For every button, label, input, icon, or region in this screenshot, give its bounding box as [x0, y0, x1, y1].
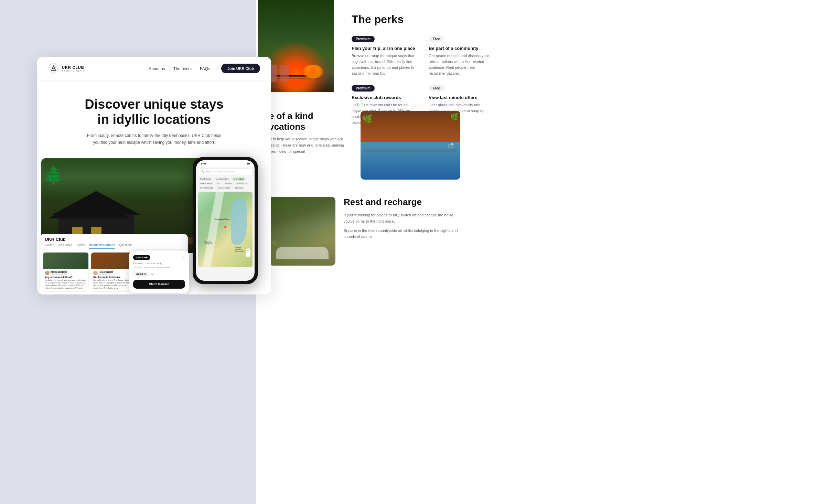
perk-title-3: Exclusive club rewards [352, 95, 418, 100]
post-text-1: I'm looking to treat my wife to a luxury… [45, 279, 86, 290]
phone-screen: 9:41 🔍 Search by name or location... [196, 160, 255, 281]
perk-title-1: Plan your trip, all in one place [352, 46, 418, 51]
screenshots-area: 🌲 🌲 🔥 9:41 [40, 157, 268, 294]
logo-sub: BY UK RETREATS [62, 69, 85, 72]
perk-item-1: Premium Plan your trip, all in one place… [352, 35, 418, 76]
rest-text: Rest and recharge If you're looking for … [344, 197, 460, 240]
promo-close-icon[interactable]: ✕ [183, 256, 185, 259]
filter-outdoor[interactable]: Outdoor Splits [216, 186, 232, 190]
promo-min-text: 2 nights minimum. Save £30+ [133, 266, 185, 269]
promo-code: UKR123 [133, 272, 149, 277]
hero-section: Discover unique stays in idyllic locatio… [37, 81, 271, 157]
hot-tub-photo: 🌿 🌿 [361, 111, 460, 180]
post-content-1: Kieran Williams 27th April at 12:46 Any … [43, 269, 88, 291]
community-tabs: Guides Discussion Topics Recommendations… [40, 243, 188, 249]
hero-subtitle: From luxury, remote cabins to family-fri… [85, 132, 223, 146]
perk-title-4: View last minute offers [429, 95, 495, 100]
post-user-row-2: Helen Barrett 6th April 15:20 [93, 271, 135, 275]
nav-faqs[interactable]: FAQs [200, 66, 210, 71]
nav-about[interactable]: About us [149, 66, 165, 71]
post-avatar-1 [45, 271, 50, 275]
post-date-2: 6th April 15:20 [99, 273, 113, 275]
filter-hottubs[interactable]: Hot Tubs [233, 186, 245, 190]
post-date-1: 27th April at 12:46 [51, 273, 67, 275]
tab-topics[interactable]: Topics [76, 243, 85, 249]
promo-code-row: UKR123 ⎘ [133, 272, 185, 277]
phone-map[interactable]: Smeesands Beach MeathwaiteCountry Park N… [198, 192, 253, 267]
post-text-2: We had the best time at The Rookery Wood… [93, 279, 135, 290]
filter-lakes[interactable]: Lake & Rivers [198, 182, 214, 185]
tab-guides[interactable]: Guides [45, 243, 54, 249]
filter-launched[interactable]: Just Launched [214, 177, 230, 181]
phone-mockup: 9:41 🔍 Search by name or location... [193, 157, 258, 284]
post-avatar-2 [93, 271, 98, 275]
logo-text: UKR CLUB [62, 65, 85, 69]
filter-wanderlure[interactable]: Wanderlure [235, 182, 249, 185]
perk-badge-4: Free [429, 85, 444, 92]
site-nav: UKR CLUB BY UK RETREATS About us The per… [37, 57, 271, 81]
filter-tv[interactable]: TV [215, 182, 222, 185]
one-kind-text: e of a kind vcations is to help you disc… [269, 111, 352, 154]
perk-desc-2: Get peace of mind and discuss your retre… [429, 53, 495, 76]
rest-title: Rest and recharge [344, 197, 460, 207]
tab-questions[interactable]: Questions [119, 243, 132, 249]
svg-point-0 [49, 63, 59, 74]
rest-desc-2: Breathe in the fresh countryside air whi… [344, 228, 460, 240]
post-username-2: Helen Barrett [99, 271, 113, 273]
page-wrapper: The perks Premium Plan your trip, all in… [0, 0, 826, 504]
perk-badge-1: Premium [352, 36, 375, 42]
community-title: UKR Club [45, 237, 183, 242]
rest-section: 🌴 Rest and recharge If you're looking fo… [258, 186, 471, 277]
one-of-kind-section: e of a kind vcations is to help you disc… [258, 100, 471, 191]
perk-badge-3: Premium [352, 85, 375, 92]
promo-notification: 10% OFF ✕ Premium members only. 2 nights… [129, 251, 189, 293]
perk-title-2: Be part of a community [429, 46, 495, 51]
perk-item-2: Free Be part of a community Get peace of… [429, 35, 495, 76]
filter-wood[interactable]: In the Wood [232, 177, 246, 181]
bath-photo: 🌴 [269, 197, 335, 266]
main-website-card: UKR CLUB BY UK RETREATS About us The per… [37, 57, 271, 294]
logo: UKR CLUB BY UK RETREATS [48, 63, 85, 74]
one-kind-title: e of a kind vcations [269, 111, 352, 132]
nav-perks[interactable]: The perks [173, 66, 192, 71]
post-user-row-1: Kieran Williams 27th April at 12:46 [45, 271, 86, 275]
claim-reward-button[interactable]: Claim Reward [133, 280, 185, 289]
phone-status-icons [247, 163, 250, 164]
promo-discount-badge: 10% OFF [133, 255, 150, 260]
post-title-1: Any recommendations? [45, 276, 86, 278]
filter-dog[interactable]: Dog Friendly [198, 177, 213, 181]
filter-wifi[interactable]: All Wi-Fi [223, 182, 234, 185]
logo-icon [48, 63, 59, 74]
post-img-1 [43, 253, 88, 269]
search-icon: 🔍 [201, 170, 204, 173]
phone-filters: Dog Friendly Just Launched In the Wood L… [196, 176, 255, 190]
hero-title: Discover unique stays in idyllic locatio… [65, 97, 244, 127]
tab-recommendations[interactable]: Recommendations [89, 243, 115, 249]
community-title-area: UKR Club [40, 234, 188, 242]
battery-icon [247, 163, 250, 164]
perks-title: The perks [352, 13, 495, 26]
perk-desc-1: Browse our map for unique stays that ali… [352, 53, 418, 76]
phone-time: 9:41 [201, 162, 206, 165]
promo-members-text: Premium members only. [133, 262, 185, 265]
post-card-1: Kieran Williams 27th April at 12:46 Any … [43, 252, 89, 292]
copy-icon[interactable]: ⎘ [151, 272, 153, 276]
post-username-1: Kieran Williams [51, 271, 67, 273]
nav-links: About us The perks FAQs [149, 65, 210, 72]
filter-family[interactable]: Family Friendly [198, 186, 215, 190]
join-button[interactable]: Join UKR Club [221, 64, 260, 73]
phone-search-placeholder: Search by name or location... [206, 170, 237, 173]
post-title-2: Our favourite treehouse. [93, 276, 135, 278]
divider-1 [258, 184, 826, 184]
phone-status-bar: 9:41 [196, 160, 255, 167]
promo-header: 10% OFF ✕ [133, 255, 185, 260]
perk-badge-2: Free [429, 36, 444, 42]
phone-search-bar[interactable]: 🔍 Search by name or location... [198, 168, 253, 175]
one-kind-desc: is to help you discover unique stays wit… [269, 136, 352, 154]
tab-discussion[interactable]: Discussion [58, 243, 72, 249]
rest-desc-1: If you're looking for places to fully sw… [344, 212, 460, 224]
